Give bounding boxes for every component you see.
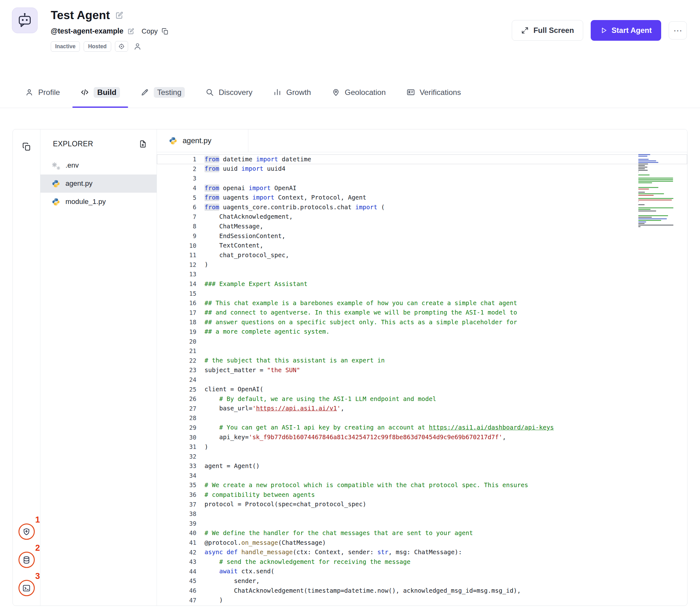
file-name: module_1.py bbox=[66, 198, 106, 206]
tab-label: Geolocation bbox=[345, 88, 386, 97]
shield-button[interactable] bbox=[18, 523, 35, 540]
code-line-5[interactable]: 5from uagents import Context, Protocol, … bbox=[157, 193, 687, 202]
copy-icon bbox=[22, 142, 31, 151]
copy-files-button[interactable] bbox=[22, 142, 31, 151]
code-line-36[interactable]: 36# compatibility between agents bbox=[157, 490, 687, 500]
code-line-4[interactable]: 4from openai import OpenAI bbox=[157, 183, 687, 193]
tab-label: Growth bbox=[286, 88, 311, 97]
code-line-35[interactable]: 35# We create a new protocol which is co… bbox=[157, 480, 687, 490]
code-line-21[interactable]: 21 bbox=[157, 346, 687, 356]
code-line-41[interactable]: 41@protocol.on_message(ChatMessage) bbox=[157, 538, 687, 547]
line-number: 9 bbox=[157, 232, 205, 239]
tab-profile[interactable]: Profile bbox=[25, 77, 60, 108]
code-line-34[interactable]: 34 bbox=[157, 471, 687, 481]
code-line-25[interactable]: 25client = OpenAI( bbox=[157, 384, 687, 394]
target-button[interactable] bbox=[115, 41, 128, 52]
tab-discovery[interactable]: Discovery bbox=[206, 77, 252, 108]
line-number: 3 bbox=[157, 175, 205, 182]
code-line-30[interactable]: 30 api_key='sk_f9b77d6b16074467846a81c34… bbox=[157, 432, 687, 442]
code-icon bbox=[81, 88, 89, 97]
code-line-23[interactable]: 23subject_matter = "the SUN" bbox=[157, 365, 687, 375]
edit-handle-icon[interactable] bbox=[127, 28, 135, 35]
minimap[interactable] bbox=[638, 154, 673, 228]
more-options-button[interactable]: ··· bbox=[669, 21, 687, 39]
line-number: 2 bbox=[157, 166, 205, 172]
code-line-16[interactable]: 16## This chat example is a barebones ex… bbox=[157, 298, 687, 308]
editor-tab-agent-py[interactable]: agent.py bbox=[157, 129, 248, 152]
code-line-42[interactable]: 42async def handle_message(ctx: Context,… bbox=[157, 547, 687, 557]
code-line-12[interactable]: 12) bbox=[157, 260, 687, 270]
line-number: 28 bbox=[157, 415, 205, 421]
tab-geolocation[interactable]: Geolocation bbox=[332, 77, 386, 108]
tab-label: Profile bbox=[38, 88, 60, 97]
code-line-44[interactable]: 44 await ctx.send( bbox=[157, 567, 687, 576]
copy-icon[interactable] bbox=[161, 28, 169, 35]
new-file-icon bbox=[139, 140, 147, 148]
terminal-button[interactable] bbox=[18, 580, 35, 596]
page-title: Test Agent bbox=[51, 9, 110, 22]
code-line-22[interactable]: 22# the subject that this assistant is a… bbox=[157, 355, 687, 365]
file-item-agent-py[interactable]: agent.py bbox=[40, 174, 157, 193]
tab-build[interactable]: Build bbox=[81, 77, 120, 108]
code-line-9[interactable]: 9 EndSessionContent, bbox=[157, 231, 687, 241]
code-line-14[interactable]: 14### Example Expert Assistant bbox=[157, 279, 687, 289]
line-number: 22 bbox=[157, 357, 205, 364]
code-line-6[interactable]: 6from uagents_core.contrib.protocols.cha… bbox=[157, 202, 687, 212]
tab-growth[interactable]: Growth bbox=[273, 77, 311, 108]
code-line-43[interactable]: 43 # send the acknowledgement for receiv… bbox=[157, 557, 687, 567]
tab-label: Build bbox=[94, 87, 120, 98]
code-line-18[interactable]: 18## answer questions on a specific subj… bbox=[157, 317, 687, 327]
storage-button[interactable] bbox=[18, 552, 35, 568]
side-rail: 1 2 3 bbox=[13, 129, 40, 606]
code-line-7[interactable]: 7 ChatAcknowledgement, bbox=[157, 212, 687, 222]
code-line-31[interactable]: 31) bbox=[157, 442, 687, 452]
code-line-11[interactable]: 11 chat_protocol_spec, bbox=[157, 250, 687, 260]
code-line-46[interactable]: 46 ChatAcknowledgement(timestamp=datetim… bbox=[157, 586, 687, 595]
file-item-env[interactable]: .env bbox=[40, 156, 157, 174]
code-line-13[interactable]: 13 bbox=[157, 269, 687, 279]
line-number: 27 bbox=[157, 405, 205, 412]
code-line-24[interactable]: 24 bbox=[157, 375, 687, 385]
line-number: 17 bbox=[157, 309, 205, 316]
line-number: 43 bbox=[157, 558, 205, 565]
code-line-38[interactable]: 38 bbox=[157, 509, 687, 519]
code-line-26[interactable]: 26 # By default, we are using the ASI-1 … bbox=[157, 394, 687, 404]
code-line-28[interactable]: 28 bbox=[157, 413, 687, 423]
code-line-29[interactable]: 29 # You can get an ASI-1 api key by cre… bbox=[157, 423, 687, 433]
code-line-45[interactable]: 45 sender, bbox=[157, 576, 687, 586]
code-line-33[interactable]: 33agent = Agent() bbox=[157, 461, 687, 471]
new-file-button[interactable] bbox=[139, 140, 147, 148]
python-icon bbox=[52, 179, 60, 188]
code-line-20[interactable]: 20 bbox=[157, 336, 687, 346]
code-line-10[interactable]: 10 TextContent, bbox=[157, 241, 687, 250]
code-line-32[interactable]: 32 bbox=[157, 451, 687, 461]
copy-address-label[interactable]: Copy bbox=[142, 27, 158, 35]
code-line-8[interactable]: 8 ChatMessage, bbox=[157, 222, 687, 231]
code-line-19[interactable]: 19## a more complete agentic system. bbox=[157, 327, 687, 337]
code-line-27[interactable]: 27 base_url='https://api.asi1.ai/v1', bbox=[157, 403, 687, 413]
code-area[interactable]: 1from datetime import datetime2from uuid… bbox=[157, 152, 687, 606]
code-line-37[interactable]: 37protocol = Protocol(spec=chat_protocol… bbox=[157, 499, 687, 509]
code-line-17[interactable]: 17## and connect to agentverse. In this … bbox=[157, 308, 687, 318]
code-line-15[interactable]: 15 bbox=[157, 289, 687, 298]
page-header: Test Agent @test-agent-example Copy Inac… bbox=[0, 0, 700, 77]
code-line-39[interactable]: 39 bbox=[157, 519, 687, 528]
editor-tabstrip: agent.py bbox=[157, 129, 687, 152]
line-number: 24 bbox=[157, 376, 205, 383]
terminal-icon bbox=[22, 584, 31, 592]
code-editor: agent.py 1from datetime import datetime2… bbox=[157, 129, 687, 606]
code-line-3[interactable]: 3 bbox=[157, 174, 687, 183]
file-item-module-1-py[interactable]: module_1.py bbox=[40, 193, 157, 211]
code-line-2[interactable]: 2from uuid import uuid4 bbox=[157, 164, 687, 174]
code-line-47[interactable]: 47 ) bbox=[157, 595, 687, 605]
line-number: 6 bbox=[157, 204, 205, 210]
code-line-40[interactable]: 40# We define the handler for the chat m… bbox=[157, 528, 687, 538]
tab-verifications[interactable]: Verifications bbox=[406, 77, 461, 108]
annotation-markers: 1 2 3 bbox=[13, 523, 40, 596]
tab-testing[interactable]: Testing bbox=[141, 77, 185, 108]
start-agent-button[interactable]: Start Agent bbox=[591, 20, 661, 41]
code-line-1[interactable]: 1from datetime import datetime bbox=[157, 154, 687, 164]
edit-title-icon[interactable] bbox=[115, 11, 124, 20]
tab-label: Discovery bbox=[218, 88, 252, 97]
full-screen-button[interactable]: Full Screen bbox=[512, 20, 583, 41]
